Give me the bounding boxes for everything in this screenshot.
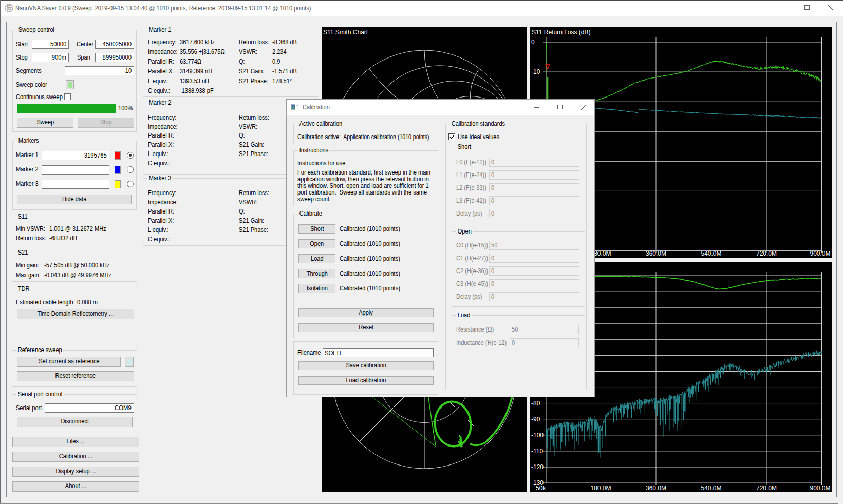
svg-text:-10: -10 bbox=[531, 68, 540, 75]
svg-text:900.0M: 900.0M bbox=[810, 484, 830, 492]
svg-text:S11 Return Loss (dB): S11 Return Loss (dB) bbox=[532, 29, 591, 36]
svg-text:-80: -80 bbox=[531, 400, 540, 407]
svg-text:-120: -120 bbox=[531, 463, 544, 471]
svg-text:180.0M: 180.0M bbox=[590, 484, 611, 492]
svg-text:-110: -110 bbox=[531, 448, 543, 455]
svg-text:720.0M: 720.0M bbox=[756, 250, 777, 257]
svg-text:50k: 50k bbox=[536, 484, 546, 492]
svg-text:-90: -90 bbox=[531, 416, 540, 423]
svg-text:900.0M: 900.0M bbox=[810, 250, 830, 257]
svg-text:720.0M: 720.0M bbox=[756, 484, 777, 492]
svg-text:0: 0 bbox=[531, 38, 535, 46]
svg-text:360.0M: 360.0M bbox=[646, 484, 666, 492]
svg-text:540.0M: 540.0M bbox=[701, 484, 721, 492]
svg-text:360.0M: 360.0M bbox=[646, 250, 666, 257]
svg-text:-100: -100 bbox=[531, 432, 544, 439]
svg-text:S11 Smith Chart: S11 Smith Chart bbox=[323, 29, 368, 36]
svg-text:540.0M: 540.0M bbox=[701, 250, 721, 257]
